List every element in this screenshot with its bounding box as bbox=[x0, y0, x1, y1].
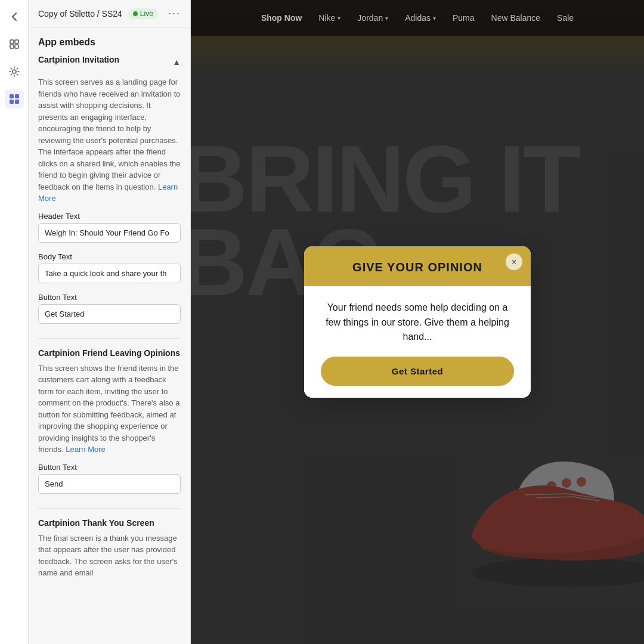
svg-rect-2 bbox=[10, 45, 14, 48]
cartpinion-friend-leaving-desc: This screen shows the friend items in th… bbox=[38, 363, 181, 456]
svg-rect-5 bbox=[10, 94, 14, 98]
cartpinion-invitation-header: Cartpinion Invitation ▲ bbox=[38, 55, 181, 69]
header-text-input[interactable] bbox=[38, 223, 181, 243]
svg-rect-8 bbox=[15, 100, 19, 104]
page-title: Copy of Stiletto / SS24 bbox=[38, 9, 122, 18]
divider-2 bbox=[38, 508, 181, 509]
modal-body-text: Your friend needs some help deciding on … bbox=[321, 301, 514, 345]
opinion-modal: GIVE YOUR OPINION × Your friend needs so… bbox=[304, 246, 531, 398]
svg-rect-0 bbox=[10, 40, 14, 44]
nav-gear-icon[interactable] bbox=[5, 62, 24, 81]
cartpinion-invitation-title: Cartpinion Invitation bbox=[38, 55, 119, 64]
collapse-invitation-arrow[interactable]: ▲ bbox=[172, 57, 181, 67]
modal-get-started-button[interactable]: Get Started bbox=[321, 357, 514, 386]
nav-layout-icon[interactable] bbox=[5, 35, 24, 54]
icon-nav bbox=[0, 0, 29, 644]
friend-leaving-button-label: Button Text bbox=[38, 463, 181, 472]
svg-rect-3 bbox=[15, 45, 18, 48]
svg-rect-6 bbox=[15, 94, 19, 98]
modal-header: GIVE YOUR OPINION × bbox=[304, 246, 531, 286]
main-sidebar-col: Copy of Stiletto / SS24 Live ··· App emb… bbox=[29, 0, 190, 644]
cartpinion-friend-leaving-title: Cartpinion Friend Leaving Opinions bbox=[38, 348, 181, 358]
live-dot bbox=[133, 11, 138, 16]
header-text-label: Header Text bbox=[38, 212, 181, 221]
body-text-input[interactable] bbox=[38, 264, 181, 283]
modal-title: GIVE YOUR OPINION bbox=[316, 261, 519, 274]
svg-rect-7 bbox=[10, 100, 14, 104]
live-badge: Live bbox=[128, 8, 158, 19]
cartpinion-thankyou-title: Cartpinion Thank You Screen bbox=[38, 518, 181, 528]
modal-body: Your friend needs some help deciding on … bbox=[304, 286, 531, 398]
friend-leaving-learn-more-link[interactable]: Learn More bbox=[66, 445, 105, 454]
cartpinion-invitation-section: Cartpinion Invitation ▲ This screen serv… bbox=[38, 55, 181, 333]
modal-close-button[interactable]: × bbox=[506, 253, 522, 270]
body-text-label: Body Text bbox=[38, 252, 181, 261]
svg-point-4 bbox=[13, 70, 16, 73]
invitation-button-text-input[interactable] bbox=[38, 304, 181, 324]
preview-area: Shop Now Nike ▾ Jordan ▾ Adidas ▾ Puma N… bbox=[191, 0, 644, 644]
top-bar: Copy of Stiletto / SS24 Live ··· bbox=[29, 0, 190, 27]
modal-overlay: GIVE YOUR OPINION × Your friend needs so… bbox=[191, 0, 644, 644]
cartpinion-friend-leaving-section: Cartpinion Friend Leaving Opinions This … bbox=[38, 348, 181, 503]
cartpinion-thankyou-section: Cartpinion Thank You Screen The final sc… bbox=[38, 518, 181, 579]
divider-1 bbox=[38, 338, 181, 339]
cartpinion-thankyou-desc: The final screen is a thank you message … bbox=[38, 532, 181, 579]
more-menu-button[interactable]: ··· bbox=[168, 7, 181, 20]
svg-rect-1 bbox=[15, 40, 18, 44]
button-text-label: Button Text bbox=[38, 293, 181, 302]
store-preview: Shop Now Nike ▾ Jordan ▾ Adidas ▾ Puma N… bbox=[191, 0, 644, 644]
cartpinion-invitation-desc: This screen serves as a landing page for… bbox=[38, 76, 181, 205]
friend-leaving-button-input[interactable] bbox=[38, 474, 181, 494]
nav-apps-icon[interactable] bbox=[5, 89, 24, 109]
app-embeds-title: App embeds bbox=[38, 37, 181, 48]
sidebar-wrapper: Copy of Stiletto / SS24 Live ··· App emb… bbox=[0, 0, 191, 644]
nav-back-icon[interactable] bbox=[5, 7, 24, 26]
sidebar-content: App embeds Cartpinion Invitation ▲ This … bbox=[29, 27, 190, 644]
